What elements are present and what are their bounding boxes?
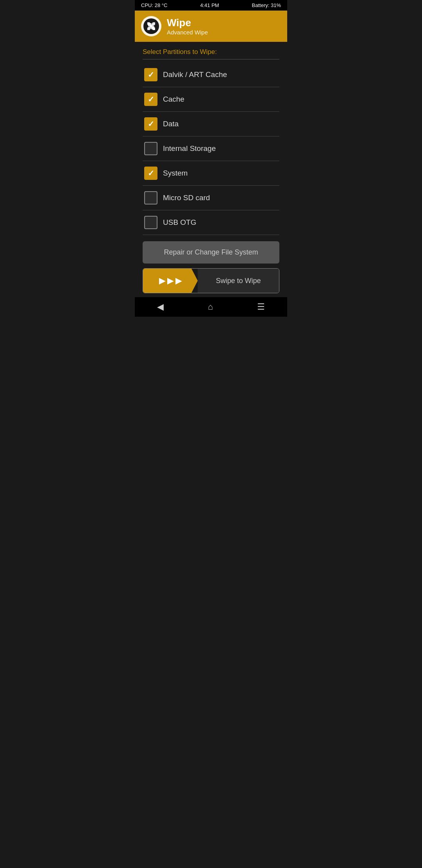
app-header: Wipe Advanced Wipe (135, 11, 287, 42)
checkmark-icon: ✓ (148, 71, 154, 79)
home-nav-icon[interactable]: ⌂ (208, 302, 213, 312)
partition-label-internal-storage: Internal Storage (163, 144, 216, 153)
play-arrow-2-icon: ▶ (167, 276, 174, 286)
main-content: Select Partitions to Wipe: ✓Dalvik / ART… (135, 42, 287, 235)
menu-nav-icon[interactable]: ☰ (257, 302, 265, 312)
app-title: Wipe (167, 17, 208, 29)
repair-button[interactable]: Repair or Change File System (143, 241, 279, 264)
partition-item-micro-sd[interactable]: Micro SD card (143, 186, 279, 210)
play-arrow-3-icon: ▶ (175, 276, 182, 286)
play-arrow-1-icon: ▶ (159, 276, 166, 286)
partition-label-data: Data (163, 120, 179, 128)
checkmark-icon: ✓ (148, 95, 154, 103)
checkbox-micro-sd[interactable] (144, 191, 157, 204)
cpu-status: CPU: 28 °C (141, 2, 167, 8)
swipe-button-container[interactable]: ▶ ▶ ▶ Swipe to Wipe (143, 268, 279, 293)
partition-label-system: System (163, 169, 188, 178)
back-nav-icon[interactable]: ◀ (157, 302, 164, 312)
bottom-area: Repair or Change File System ▶ ▶ ▶ Swipe… (135, 235, 287, 297)
checkmark-icon: ✓ (148, 169, 154, 177)
partition-item-usb-otg[interactable]: USB OTG (143, 210, 279, 235)
partition-item-cache[interactable]: ✓Cache (143, 87, 279, 112)
checkbox-dalvik[interactable]: ✓ (144, 68, 157, 81)
partition-item-data[interactable]: ✓Data (143, 112, 279, 136)
app-header-text: Wipe Advanced Wipe (167, 17, 208, 36)
app-logo-icon (141, 16, 161, 36)
partition-label-dalvik: Dalvik / ART Cache (163, 70, 227, 79)
checkbox-data[interactable]: ✓ (144, 117, 157, 131)
partition-label-micro-sd: Micro SD card (163, 194, 210, 202)
time-status: 4:41 PM (200, 2, 219, 8)
swipe-left-handle[interactable]: ▶ ▶ ▶ (143, 269, 198, 293)
status-bar: CPU: 28 °C 4:41 PM Battery: 31% (135, 0, 287, 11)
swipe-right-label: Swipe to Wipe (198, 269, 279, 293)
checkbox-internal-storage[interactable] (144, 142, 157, 155)
partition-label-usb-otg: USB OTG (163, 218, 197, 227)
partition-list: ✓Dalvik / ART Cache✓Cache✓DataInternal S… (143, 63, 279, 235)
checkbox-system[interactable]: ✓ (144, 167, 157, 180)
nav-bar: ◀ ⌂ ☰ (135, 297, 287, 317)
battery-status: Battery: 31% (252, 2, 281, 8)
partition-item-internal-storage[interactable]: Internal Storage (143, 136, 279, 161)
checkbox-usb-otg[interactable] (144, 216, 157, 229)
partition-item-dalvik[interactable]: ✓Dalvik / ART Cache (143, 63, 279, 87)
section-title: Select Partitions to Wipe: (143, 48, 279, 59)
partition-item-system[interactable]: ✓System (143, 161, 279, 186)
checkbox-cache[interactable]: ✓ (144, 93, 157, 106)
partition-label-cache: Cache (163, 95, 184, 104)
app-subtitle: Advanced Wipe (167, 29, 208, 36)
checkmark-icon: ✓ (148, 120, 154, 128)
